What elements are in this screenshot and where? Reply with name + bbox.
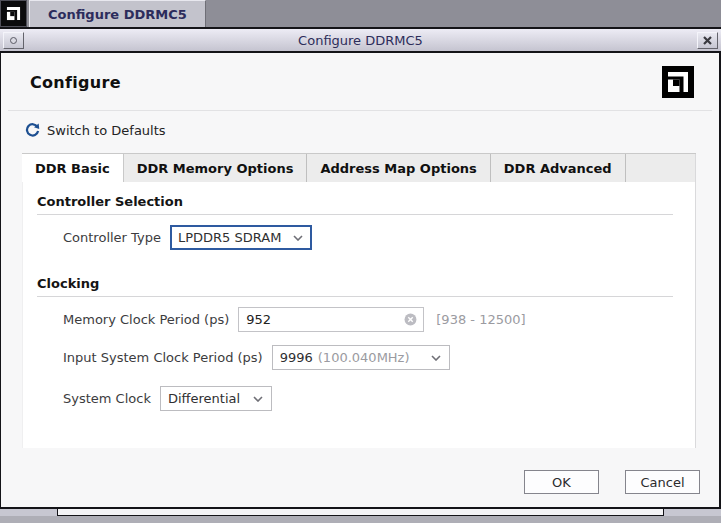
input-system-clock-period-select[interactable]: 9996 (100.040MHz)	[272, 345, 450, 370]
tab-address-map-options[interactable]: Address Map Options	[307, 154, 490, 182]
controller-type-row: Controller Type LPDDR5 SDRAM	[63, 225, 673, 250]
switch-to-defaults-label: Switch to Defaults	[47, 123, 166, 138]
chevron-down-icon	[431, 355, 441, 361]
close-button[interactable]	[697, 32, 718, 49]
amd-logo	[662, 66, 694, 98]
input-system-clock-period-row: Input System Clock Period (ps) 9996 (100…	[63, 345, 673, 370]
amd-logo-icon[interactable]	[0, 0, 27, 27]
memory-clock-period-range: [938 - 12500]	[436, 312, 525, 327]
tab-label: Address Map Options	[320, 161, 476, 176]
dialog-button-row: OK Cancel	[524, 470, 700, 494]
window-menu-button[interactable]	[3, 32, 24, 49]
ok-button[interactable]: OK	[524, 470, 599, 494]
amd-logo-icon	[3, 3, 24, 24]
window-bottom-frame	[0, 507, 721, 516]
tab-label: DDR Memory Options	[137, 161, 294, 176]
resize-corner-right[interactable]	[663, 509, 721, 516]
resize-corner-left[interactable]	[0, 509, 58, 516]
wm-tab-label: Configure DDRMC5	[48, 7, 187, 22]
tab-bar: DDR Basic DDR Memory Options Address Map…	[22, 153, 696, 182]
memory-clock-period-field[interactable]	[238, 307, 424, 332]
system-clock-select[interactable]: Differential	[160, 386, 272, 411]
cancel-button[interactable]: Cancel	[625, 470, 700, 494]
controller-type-value: LPDDR5 SDRAM	[178, 230, 281, 245]
configure-ddrmc5-window: Configure DDRMC5 Configure DDRMC5 Config…	[0, 0, 721, 523]
memory-clock-period-label: Memory Clock Period (ps)	[63, 312, 229, 327]
system-clock-label: System Clock	[63, 391, 151, 406]
window-frame-shadow	[0, 516, 721, 523]
input-system-clock-frequency: (100.040MHz)	[318, 350, 410, 365]
section-title-controller-selection: Controller Selection	[37, 194, 673, 209]
tab-ddr-memory-options[interactable]: DDR Memory Options	[124, 154, 308, 182]
dialog-header: Configure	[8, 53, 712, 111]
dialog-content: Configure Switch to Defaults DDR Basic D…	[0, 53, 721, 507]
tab-label: DDR Basic	[35, 161, 110, 176]
tab-panel-ddr-basic: Controller Selection Controller Type LPD…	[22, 182, 696, 448]
tab-ddr-basic[interactable]: DDR Basic	[22, 154, 124, 182]
section-divider	[37, 214, 673, 215]
input-system-clock-period-label: Input System Clock Period (ps)	[63, 350, 263, 365]
close-icon	[703, 36, 712, 45]
tab-bar-filler	[626, 154, 696, 182]
system-clock-row: System Clock Differential	[63, 386, 673, 411]
wm-taskbar: Configure DDRMC5	[0, 0, 721, 27]
resize-edge-bottom[interactable]	[58, 509, 663, 516]
titlebar[interactable]: Configure DDRMC5	[0, 27, 721, 53]
input-system-clock-period-value: 9996	[280, 350, 313, 365]
refresh-icon	[25, 123, 40, 138]
tab-ddr-advanced[interactable]: DDR Advanced	[491, 154, 626, 182]
chevron-down-icon	[293, 235, 303, 241]
system-clock-value: Differential	[168, 391, 240, 406]
memory-clock-period-input[interactable]	[239, 312, 404, 327]
wm-taskbar-filler	[206, 0, 721, 27]
clear-field-icon[interactable]	[404, 313, 417, 326]
controller-type-select[interactable]: LPDDR5 SDRAM	[170, 225, 312, 250]
switch-to-defaults-button[interactable]: Switch to Defaults	[25, 123, 166, 138]
wm-taskbar-tab[interactable]: Configure DDRMC5	[29, 0, 206, 27]
window-title: Configure DDRMC5	[0, 33, 721, 48]
section-divider	[37, 296, 673, 297]
controller-type-label: Controller Type	[63, 230, 161, 245]
tab-label: DDR Advanced	[504, 161, 612, 176]
chevron-down-icon	[253, 396, 263, 402]
menu-dot-icon	[10, 37, 17, 44]
page-title: Configure	[8, 53, 712, 92]
section-title-clocking: Clocking	[37, 276, 673, 291]
memory-clock-period-row: Memory Clock Period (ps) [938 - 12500]	[63, 307, 673, 332]
